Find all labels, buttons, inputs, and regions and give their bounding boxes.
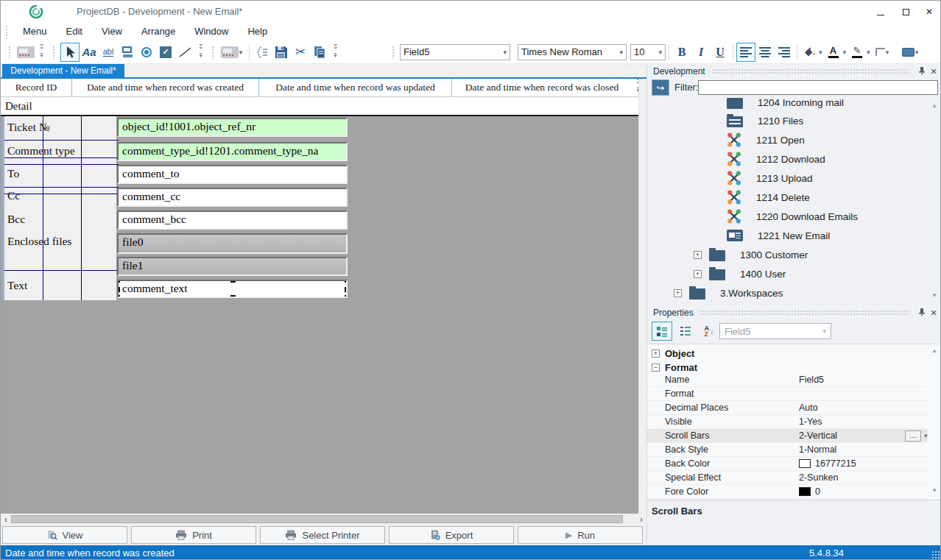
tab-prev-icon[interactable]: ◁: [611, 67, 617, 75]
resize-grip[interactable]: [931, 550, 940, 559]
selection-handle[interactable]: [345, 295, 348, 298]
selection-handle[interactable]: [230, 295, 236, 298]
collapse-icon[interactable]: −: [652, 364, 660, 372]
toolbar-grip[interactable]: [52, 46, 56, 59]
cut-button[interactable]: ✂: [291, 43, 310, 62]
form-label-ticket[interactable]: Ticket №: [7, 121, 50, 134]
textbox-tool-button[interactable]: abl: [99, 43, 118, 62]
toolbar-grip[interactable]: [211, 46, 215, 59]
sort-az-button[interactable]: AZ ↓: [699, 322, 719, 341]
close-panel-icon[interactable]: ✕: [928, 67, 940, 77]
form-label-text[interactable]: Text: [7, 279, 27, 292]
copy-button[interactable]: [310, 43, 329, 62]
maximize-button[interactable]: [893, 1, 918, 23]
panel-grip[interactable]: [711, 68, 910, 74]
expand-icon[interactable]: +: [694, 270, 702, 278]
selection-handle[interactable]: [117, 295, 120, 298]
pin-icon[interactable]: [916, 66, 928, 77]
panel-grip[interactable]: [699, 310, 910, 316]
select-tool-button[interactable]: [60, 43, 80, 62]
view-button[interactable]: View: [2, 526, 127, 544]
font-name-combo[interactable]: Times New Roman▾: [518, 44, 627, 60]
select-printer-button[interactable]: Select Printer: [260, 526, 385, 544]
property-object-combo[interactable]: Field5 ▾: [719, 323, 831, 339]
grid-scroll-up-icon[interactable]: ▴: [930, 346, 939, 355]
property-row-back-color[interactable]: Back Color 16777215: [647, 457, 928, 471]
chevron-down-icon[interactable]: ▾: [924, 429, 928, 442]
label-tool-button[interactable]: Aa: [80, 43, 99, 62]
run-button[interactable]: ▶ Run: [518, 526, 643, 544]
tree-item-1210[interactable]: 1210 Files: [647, 111, 927, 130]
menu-menu[interactable]: Menu: [13, 23, 57, 40]
button-tool-button[interactable]: [118, 43, 137, 62]
property-row-decimal-places[interactable]: Decimal Places Auto: [647, 401, 928, 415]
toolbar-overflow-icon[interactable]: ˇˇ▾: [331, 46, 340, 58]
italic-button[interactable]: I: [691, 43, 711, 62]
tree-item-1221[interactable]: 1221 New Email: [647, 226, 927, 245]
pin-icon[interactable]: [916, 308, 928, 318]
selection-handle[interactable]: [345, 287, 348, 292]
tree-item-1300[interactable]: + 1300 Customer: [647, 245, 927, 264]
minimize-button[interactable]: [868, 1, 893, 23]
property-row-fore-color[interactable]: Fore Color 0: [647, 485, 928, 499]
picture-button[interactable]: ▾: [219, 43, 246, 62]
print-button[interactable]: Print: [131, 526, 256, 544]
tree-item-1204[interactable]: 1204 Incoming mail: [647, 98, 927, 112]
export-button[interactable]: Export: [389, 526, 514, 544]
property-row-format[interactable]: Format: [647, 387, 928, 401]
menubar-grip[interactable]: [5, 25, 9, 38]
scrollbar-thumb[interactable]: [11, 515, 623, 523]
align-center-button[interactable]: [755, 43, 775, 62]
checkbox-tool-button[interactable]: ✓: [156, 43, 175, 62]
property-row-visible[interactable]: Visible 1-Yes: [647, 415, 928, 429]
column-created[interactable]: Date and time when record was created: [72, 79, 259, 96]
designer-vertical-scrollbar[interactable]: [638, 79, 646, 514]
categorized-view-button[interactable]: [652, 322, 672, 341]
property-row-special-effect[interactable]: Special Effect 2-Sunken: [647, 471, 928, 485]
fill-color-button[interactable]: [800, 43, 818, 61]
filter-input[interactable]: [698, 80, 938, 95]
close-button[interactable]: ✕: [917, 1, 941, 23]
scroll-right-icon[interactable]: ›: [636, 514, 646, 525]
toolbar-overflow-icon[interactable]: ˇˇ▾: [37, 46, 46, 58]
field-comment-cc[interactable]: comment_cc: [117, 188, 348, 207]
form-label-to[interactable]: To: [7, 167, 19, 180]
tree-scroll-down-icon[interactable]: ▾: [930, 291, 939, 300]
field-selector-combo[interactable]: Field5▾: [400, 44, 510, 60]
scroll-left-icon[interactable]: ‹: [1, 514, 11, 525]
tree-scroll-up-icon[interactable]: ▴: [930, 101, 939, 110]
field-file0[interactable]: file0: [117, 233, 348, 254]
field-comment-type[interactable]: comment_type_id!1201.comment_type_na: [117, 142, 348, 161]
column-record-id[interactable]: Record ID: [1, 79, 72, 96]
tree-item-1400[interactable]: + 1400 User: [647, 264, 927, 283]
outline-button[interactable]: [253, 43, 272, 62]
group-object[interactable]: + Object: [647, 346, 927, 361]
tree-item-1212[interactable]: 1212 Download: [647, 149, 927, 169]
alphabetical-view-button[interactable]: [675, 322, 696, 341]
save-button[interactable]: [272, 43, 291, 62]
tab-close-icon[interactable]: ✕: [638, 67, 644, 75]
field-comment-text-selected[interactable]: comment_text: [117, 280, 348, 298]
field-comment-to[interactable]: comment_to: [117, 165, 348, 184]
form-label-bcc[interactable]: Bcc: [7, 213, 25, 226]
tab-next-icon[interactable]: ▷: [624, 67, 630, 75]
toolbar-overflow-icon[interactable]: ˇˇ▾: [196, 46, 205, 58]
field-comment-bcc[interactable]: comment_bcc: [117, 210, 348, 230]
border-style-button[interactable]: ▾: [873, 43, 895, 62]
underline-button[interactable]: U: [711, 43, 730, 62]
toolbar-grip[interactable]: [392, 46, 395, 59]
align-right-button[interactable]: [775, 43, 794, 62]
menu-view[interactable]: View: [92, 23, 132, 40]
selection-handle[interactable]: [345, 280, 348, 283]
designer-horizontal-scrollbar[interactable]: ‹ ›: [1, 514, 646, 525]
font-size-combo[interactable]: 10▾: [630, 44, 666, 60]
selection-handle[interactable]: [117, 280, 120, 283]
tree-item-1220[interactable]: 1220 Download Emails: [647, 207, 927, 226]
tree-item-1214[interactable]: 1214 Delete: [647, 188, 927, 207]
font-color-button[interactable]: A: [825, 43, 842, 61]
selection-handle[interactable]: [117, 287, 120, 292]
tree-item-1211[interactable]: 1211 Open: [647, 130, 927, 149]
column-updated[interactable]: Date and time when record was updated: [259, 79, 452, 96]
expand-icon[interactable]: +: [674, 289, 682, 297]
line-tool-button[interactable]: [175, 43, 194, 62]
